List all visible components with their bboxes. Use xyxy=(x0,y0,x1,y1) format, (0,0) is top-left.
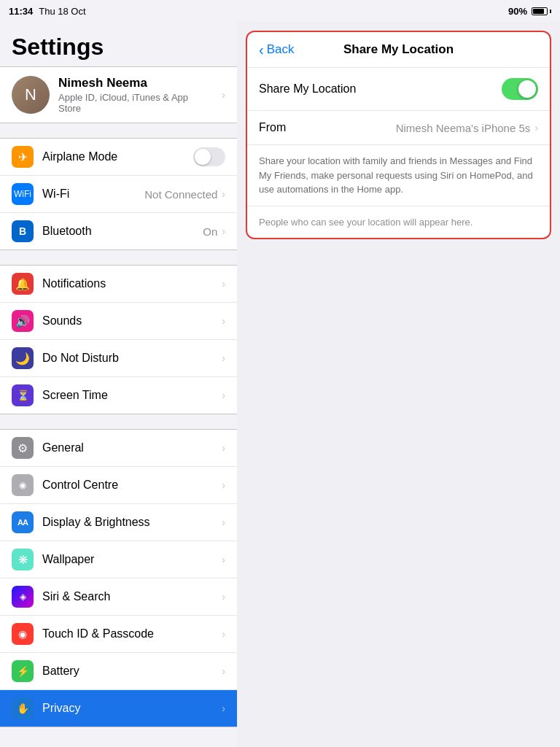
notifications-icon: 🔔 xyxy=(12,273,34,295)
sidebar-item-sounds[interactable]: 🔊 Sounds › xyxy=(0,303,237,340)
airplane-label: Airplane Mode xyxy=(42,150,193,163)
sidebar-item-displaybrightness[interactable]: AA Display & Brightness › xyxy=(0,504,237,541)
battery-label: Battery xyxy=(42,665,222,678)
sidebar-item-donotdisturb[interactable]: 🌙 Do Not Disturb › xyxy=(0,340,237,377)
sirisearch-icon: ◈ xyxy=(12,586,34,608)
controlcentre-label: Control Centre xyxy=(42,479,222,492)
back-chevron-icon: ‹ xyxy=(259,42,264,57)
airplane-toggle[interactable] xyxy=(193,147,225,166)
sidebar-item-bluetooth[interactable]: B Bluetooth On › xyxy=(0,213,237,249)
status-bar: 11:34 Thu 18 Oct 90% xyxy=(0,0,560,22)
sidebar-item-touchid[interactable]: ◉ Touch ID & Passcode › xyxy=(0,616,237,653)
status-date: Thu 18 Oct xyxy=(39,6,85,17)
wallpaper-label: Wallpaper xyxy=(42,553,222,566)
status-right: 90% xyxy=(508,6,551,17)
battery-chevron: › xyxy=(222,665,225,677)
donotdisturb-label: Do Not Disturb xyxy=(42,352,222,365)
screentime-icon: ⏳ xyxy=(12,384,34,406)
back-button[interactable]: ‹ Back xyxy=(259,42,294,57)
bluetooth-icon: B xyxy=(12,220,34,242)
share-header: ‹ Back Share My Location xyxy=(247,32,550,68)
sidebar-item-controlcentre[interactable]: ◉ Control Centre › xyxy=(0,467,237,504)
general-label: General xyxy=(42,441,222,454)
wifi-chevron: › xyxy=(222,188,225,200)
sidebar-title: Settings xyxy=(0,22,237,66)
settings-group-3: ⚙ General › ◉ Control Centre › AA Displa… xyxy=(0,429,237,727)
from-value: Nimesh Neema's iPhone 5s xyxy=(396,122,531,134)
sidebar-item-battery[interactable]: ⚡ Battery › xyxy=(0,653,237,690)
privacy-label: Privacy xyxy=(42,702,222,715)
sidebar: Settings N Nimesh Neema Apple ID, iCloud… xyxy=(0,22,237,747)
controlcentre-icon: ◉ xyxy=(12,474,34,496)
donotdisturb-chevron: › xyxy=(222,352,225,364)
touchid-label: Touch ID & Passcode xyxy=(42,627,222,640)
wallpaper-chevron: › xyxy=(222,554,225,565)
airplane-icon: ✈ xyxy=(12,146,34,168)
general-icon: ⚙ xyxy=(12,437,34,459)
sidebar-item-wifi[interactable]: WiFi Wi-Fi Not Connected › xyxy=(0,176,237,213)
sounds-chevron: › xyxy=(222,315,225,327)
displaybrightness-label: Display & Brightness xyxy=(42,516,222,529)
from-row[interactable]: From Nimesh Neema's iPhone 5s › xyxy=(247,111,550,145)
main-layout: Settings N Nimesh Neema Apple ID, iCloud… xyxy=(0,22,560,747)
share-location-toggle-label: Share My Location xyxy=(259,82,502,96)
wifi-value: Not Connected xyxy=(144,188,217,201)
settings-group-1: ✈ Airplane Mode WiFi Wi-Fi Not Connected… xyxy=(0,138,237,250)
displaybrightness-icon: AA xyxy=(12,511,34,533)
displaybrightness-chevron: › xyxy=(222,516,225,528)
profile-name: Nimesh Neema xyxy=(58,76,213,90)
share-location-toggle[interactable] xyxy=(502,78,538,100)
share-empty-text: People who can see your location will ap… xyxy=(247,206,550,238)
privacy-chevron: › xyxy=(222,703,225,714)
bluetooth-label: Bluetooth xyxy=(42,225,203,238)
screentime-chevron: › xyxy=(222,390,225,401)
share-description: Share your location with family and frie… xyxy=(247,145,550,206)
sounds-label: Sounds xyxy=(42,314,222,328)
back-label: Back xyxy=(267,42,295,57)
share-my-location-panel: ‹ Back Share My Location Share My Locati… xyxy=(246,31,551,239)
battery-icon xyxy=(532,7,551,15)
sidebar-item-privacy[interactable]: ✋ Privacy › xyxy=(0,690,237,727)
profile-info: Nimesh Neema Apple ID, iCloud, iTunes & … xyxy=(58,76,213,114)
wallpaper-icon: ❋ xyxy=(12,549,34,570)
sidebar-item-screentime[interactable]: ⏳ Screen Time › xyxy=(0,377,237,414)
touchid-chevron: › xyxy=(222,628,225,640)
status-time: 11:34 xyxy=(9,6,33,17)
sirisearch-chevron: › xyxy=(222,591,225,603)
sidebar-item-sirisearch[interactable]: ◈ Siri & Search › xyxy=(0,578,237,616)
from-label: From xyxy=(259,121,396,134)
bluetooth-chevron: › xyxy=(222,225,225,237)
privacy-icon: ✋ xyxy=(12,697,34,719)
controlcentre-chevron: › xyxy=(222,479,225,491)
sidebar-item-general[interactable]: ⚙ General › xyxy=(0,430,237,467)
share-location-toggle-row: Share My Location xyxy=(247,68,550,111)
battery-percent: 90% xyxy=(508,6,527,17)
sirisearch-label: Siri & Search xyxy=(42,590,222,603)
profile-subtitle: Apple ID, iCloud, iTunes & App Store xyxy=(58,92,213,114)
avatar: N xyxy=(12,76,50,114)
sidebar-item-airplane[interactable]: ✈ Airplane Mode xyxy=(0,139,237,176)
screentime-label: Screen Time xyxy=(42,389,222,402)
right-panel: ‹ Back Share My Location Share My Locati… xyxy=(237,22,560,747)
touchid-icon: ◉ xyxy=(12,623,34,645)
notifications-chevron: › xyxy=(222,278,225,290)
sidebar-item-wallpaper[interactable]: ❋ Wallpaper › xyxy=(0,541,237,578)
donotdisturb-icon: 🌙 xyxy=(12,347,34,369)
profile-row[interactable]: N Nimesh Neema Apple ID, iCloud, iTunes … xyxy=(0,66,237,123)
sidebar-item-notifications[interactable]: 🔔 Notifications › xyxy=(0,266,237,303)
bluetooth-value: On xyxy=(203,225,217,238)
wifi-icon: WiFi xyxy=(12,183,34,205)
profile-chevron: › xyxy=(222,89,225,101)
from-chevron-icon: › xyxy=(534,122,538,133)
notifications-label: Notifications xyxy=(42,277,222,290)
settings-group-2: 🔔 Notifications › 🔊 Sounds › 🌙 Do Not Di… xyxy=(0,265,237,414)
wifi-label: Wi-Fi xyxy=(42,187,144,201)
general-chevron: › xyxy=(222,442,225,454)
share-panel-title: Share My Location xyxy=(343,42,454,57)
sounds-icon: 🔊 xyxy=(12,310,34,332)
battery-setting-icon: ⚡ xyxy=(12,660,34,682)
